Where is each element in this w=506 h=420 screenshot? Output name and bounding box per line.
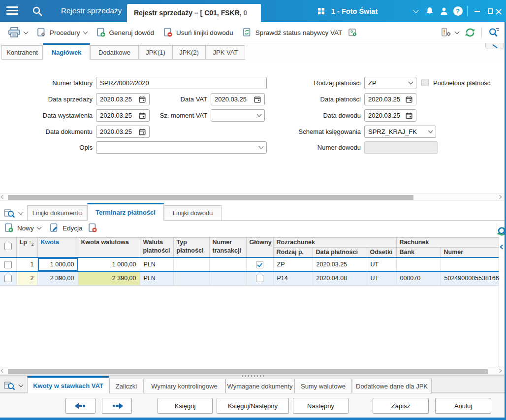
previous-record-button[interactable] (65, 398, 95, 414)
nastepny-button[interactable]: Następny (293, 398, 348, 414)
column-header-data-platnosci[interactable]: Data płatności (313, 248, 367, 258)
opis-select[interactable] (96, 141, 267, 154)
column-header-odsetki[interactable]: Odsetki (367, 248, 396, 258)
scrollbar-thumb[interactable] (8, 369, 488, 374)
anuluj-button[interactable]: Anuluj (435, 398, 491, 414)
sz-moment-vat-select[interactable] (211, 109, 265, 122)
help-button[interactable]: ? (451, 0, 464, 22)
calendar-icon[interactable] (254, 96, 261, 103)
hamburger-menu-button[interactable] (6, 6, 20, 16)
batch-operations-button[interactable] (348, 28, 358, 37)
next-record-button[interactable] (102, 398, 132, 414)
scroll-left-arrow[interactable] (1, 369, 5, 373)
data-dokumentu-input[interactable]: 2020.03.25 (96, 126, 150, 138)
sprawdz-status-vat-button[interactable]: Sprawdź status nabywcy VAT (242, 28, 343, 37)
ksieguj-nastepny-button[interactable]: Księguj/Następny (217, 398, 289, 414)
collapse-left-icon[interactable] (500, 245, 505, 250)
splitter-grip[interactable] (242, 375, 264, 377)
calendar-icon[interactable] (139, 96, 146, 103)
nowy-button[interactable]: Nowy (4, 223, 41, 233)
user-profile-button[interactable] (438, 0, 450, 22)
ksieguj-button[interactable]: Księguj (158, 398, 213, 414)
schemat-ksiegowania-select[interactable]: SPRZ_KRAJ_FK (364, 126, 436, 138)
tab-kwoty-w-stawkach-vat[interactable]: Kwoty w stawkach VAT (27, 376, 109, 393)
document-tab[interactable]: Rejestr sprzedaży – [ C01, FSKR, 0 (127, 4, 261, 22)
zapisz-button[interactable]: Zapisz (373, 398, 429, 414)
data-dowodu-input[interactable]: 2020.03.25 (364, 109, 416, 122)
print-button[interactable] (8, 27, 28, 38)
column-header-glowny[interactable]: Główny (246, 238, 273, 258)
glowny-checkbox[interactable] (256, 261, 263, 268)
tab-wymagane-dokumenty[interactable]: Wymagane dokumenty (225, 379, 294, 393)
select-all-header[interactable] (0, 238, 16, 258)
tab-zaliczki[interactable]: Zaliczki (109, 379, 143, 393)
column-header-lp[interactable]: Lp↑2 (16, 238, 37, 258)
numer-faktury-input[interactable] (96, 77, 267, 89)
scrollbar-thumb[interactable] (8, 195, 413, 200)
refresh-button[interactable] (465, 27, 475, 38)
tab-naglowek[interactable]: Nagłówek (43, 43, 90, 60)
tab-jpk1[interactable]: JPK(1) (139, 45, 172, 60)
tab-jpk2[interactable]: JPK(2) (172, 45, 206, 60)
form-horizontal-scrollbar[interactable] (0, 193, 505, 201)
panel-collapse-handle[interactable] (485, 43, 504, 49)
verification-settings-button[interactable] (441, 28, 459, 37)
tab-wymiary-kontrolingowe[interactable]: Wymiary kontrolingowe (143, 379, 225, 393)
company-switcher[interactable]: 1 - Foto Świat (317, 0, 378, 22)
calendar-icon[interactable] (139, 129, 146, 135)
data-vat-input[interactable]: 2020.03.25 (211, 93, 265, 105)
rodzaj-platnosci-label: Rodzaj płatności (272, 77, 361, 89)
column-header-typ-platnosci[interactable]: Typ płatności (173, 238, 209, 258)
usun-linijki-dowodu-button[interactable]: Usuń linijki dowodu (163, 28, 233, 37)
tab-dodatkowe-dane-dla-jpk[interactable]: Dodatkowe dane dla JPK (352, 379, 432, 393)
procedury-button[interactable]: Procedury (36, 28, 87, 37)
calendar-icon[interactable] (406, 96, 412, 103)
column-header-waluta-platnosci[interactable]: Waluta płatności (140, 238, 173, 258)
tab-linijki-dowodu[interactable]: Linijki dowodu (164, 205, 221, 221)
tab-jpk-vat[interactable]: JPK VAT (206, 45, 245, 60)
scroll-right-arrow[interactable] (498, 195, 502, 199)
row-select-checkbox[interactable] (4, 275, 12, 282)
printer-icon (8, 27, 21, 38)
list-settings-button[interactable] (4, 208, 23, 218)
rodzaj-platnosci-select[interactable]: ZP (364, 77, 416, 89)
close-button[interactable]: × (492, 0, 505, 22)
tab-kontrahent[interactable]: Kontrahent (1, 45, 43, 60)
filter-panel-strip (499, 237, 505, 367)
calendar-icon[interactable] (406, 112, 412, 119)
column-group-rachunek: Rachunek (396, 238, 499, 248)
edycja-button[interactable]: Edycja (49, 223, 83, 233)
podzielona-platnosc-checkbox[interactable] (421, 79, 429, 86)
table-row[interactable]: 1 1 000,00 1 000,00 PLN ZP 2020.03.25 UT (0, 258, 499, 271)
column-header-rodzaj-p[interactable]: Rodzaj p. (273, 248, 313, 258)
header-tabstrip: Kontrahent Nagłówek Dodatkowe JPK(1) JPK… (0, 43, 505, 60)
usun-button[interactable] (88, 223, 97, 233)
kwota-cell-editor[interactable]: 1 000,00 (37, 258, 78, 271)
table-row[interactable]: 2 2 390,00 2 390,00 PLN P14 2020.04.08 U… (0, 271, 499, 285)
row-select-checkbox[interactable] (4, 261, 12, 268)
tab-linijki-dokumentu[interactable]: Linijki dokumentu (27, 205, 87, 221)
lines-toolbar: Nowy Edycja (0, 221, 505, 237)
column-header-kwota-walutowa[interactable]: Kwota walutowa (78, 238, 140, 258)
minimize-button[interactable] (471, 0, 483, 22)
tab-terminarz-platnosci[interactable]: Terminarz płatności (87, 203, 164, 221)
column-header-numer-transakcji[interactable]: Numer transakcji (209, 238, 246, 258)
tab-sumy-walutowe[interactable]: Sumy walutowe (294, 379, 352, 393)
notifications-button[interactable] (423, 0, 436, 22)
search-filter-button[interactable] (488, 27, 500, 38)
data-platnosci-input[interactable]: 2020.03.25 (364, 93, 416, 105)
company-dropdown-button[interactable] (410, 0, 422, 22)
select-all-checkbox[interactable] (4, 243, 12, 250)
data-sprzedazy-input[interactable]: 2020.03.25 (96, 93, 150, 105)
scroll-left-arrow[interactable] (1, 195, 5, 199)
column-header-numer[interactable]: Numer (441, 248, 499, 258)
global-search-button[interactable] (32, 5, 43, 17)
scroll-right-arrow[interactable] (498, 369, 502, 373)
column-header-bank[interactable]: Bank (396, 248, 441, 258)
generuj-dowod-button[interactable]: Generuj dowód (96, 28, 155, 37)
glowny-checkbox[interactable] (256, 275, 263, 282)
summary-settings-button[interactable] (4, 381, 23, 390)
table-horizontal-scrollbar[interactable] (0, 367, 505, 375)
tab-dodatkowe[interactable]: Dodatkowe (90, 45, 139, 60)
column-header-kwota[interactable]: Kwota (37, 238, 78, 258)
